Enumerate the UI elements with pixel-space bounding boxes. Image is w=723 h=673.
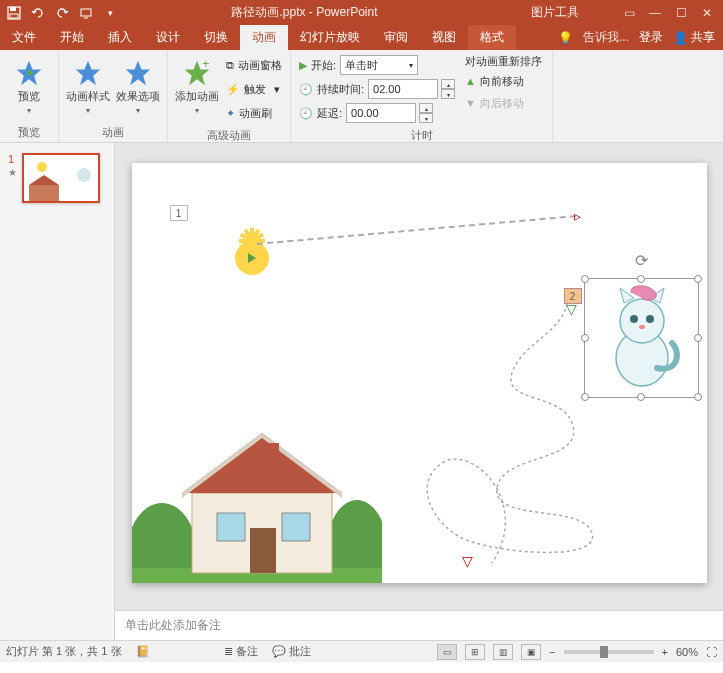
save-icon[interactable] [6,5,22,21]
fit-to-window-button[interactable]: ⛶ [706,646,717,658]
delay-up-button[interactable]: ▴ [419,103,433,113]
context-tool-label: 图片工具 [491,4,619,21]
path-end-marker-icon: ▹ [574,208,581,224]
effect-options-button[interactable]: 效果选项 ▾ [113,52,163,122]
share-label: 共享 [691,29,715,46]
spellcheck-icon[interactable]: 📔 [136,645,150,658]
svg-marker-6 [76,61,101,86]
svg-marker-12 [29,175,59,185]
start-slideshow-icon[interactable] [78,5,94,21]
tab-file[interactable]: 文件 [0,25,48,50]
window-controls: ▭ — ☐ ✕ [619,3,723,23]
duration-value: 02.00 [373,83,401,95]
tab-format[interactable]: 格式 [468,25,516,50]
sorter-view-button[interactable]: ⊞ [465,644,485,660]
close-icon[interactable]: ✕ [697,3,717,23]
chevron-down-icon: ▾ [409,61,413,70]
duration-label: 持续时间: [317,82,364,97]
duration-input[interactable]: 02.00 [368,79,438,99]
tab-insert[interactable]: 插入 [96,25,144,50]
resize-handle[interactable] [637,393,645,401]
tab-view[interactable]: 视图 [420,25,468,50]
zoom-level[interactable]: 60% [676,646,698,658]
move-later-button[interactable]: ▼向后移动 [465,93,542,113]
sun-image[interactable] [217,223,287,293]
ribbon-group-animation: 动画样式 ▾ 效果选项 ▾ 动画 [59,50,168,142]
path-end-marker-icon: ▽ [462,553,473,569]
minimize-icon[interactable]: — [645,3,665,23]
notes-pane[interactable]: 单击此处添加备注 [115,610,723,640]
undo-icon[interactable] [30,5,46,21]
zoom-in-button[interactable]: + [662,646,668,658]
animation-tag-2[interactable]: 2 [564,288,582,304]
svg-rect-3 [81,9,91,16]
animation-indicator-icon: ★ [8,167,18,178]
tab-slideshow[interactable]: 幻灯片放映 [288,25,372,50]
resize-handle[interactable] [581,334,589,342]
delay-value: 00.00 [351,107,379,119]
slideshow-view-button[interactable]: ▣ [521,644,541,660]
tab-review[interactable]: 审阅 [372,25,420,50]
pane-icon: ⧉ [226,59,234,72]
motion-path-line[interactable] [256,215,575,245]
comments-label: 批注 [289,645,311,657]
preview-button[interactable]: 预览 ▾ [4,52,54,122]
status-bar: 幻灯片 第 1 张，共 1 张 📔 ≣ 备注 💬 批注 ▭ ⊞ ▥ ▣ − + … [0,640,723,662]
star-icon [124,59,152,87]
reading-view-button[interactable]: ▥ [493,644,513,660]
house-image[interactable] [132,413,382,583]
maximize-icon[interactable]: ☐ [671,3,691,23]
tab-transitions[interactable]: 切换 [192,25,240,50]
duration-down-button[interactable]: ▾ [441,89,455,99]
svg-rect-28 [282,513,310,541]
redo-icon[interactable] [54,5,70,21]
resize-handle[interactable] [694,393,702,401]
thumbnail-number: 1 [8,153,18,165]
resize-handle[interactable] [581,275,589,283]
share-button[interactable]: 👤共享 [673,29,715,46]
star-icon [74,59,102,87]
animation-pane-button[interactable]: ⧉动画窗格 [226,54,282,76]
ribbon-display-icon[interactable]: ▭ [619,3,639,23]
comments-button[interactable]: 💬 批注 [272,644,311,659]
trigger-button[interactable]: ⚡触发▾ [226,78,282,100]
tab-animations[interactable]: 动画 [240,25,288,50]
zoom-slider-thumb[interactable] [600,646,608,658]
slide-canvas-wrap[interactable]: 1 [115,143,723,610]
svg-rect-1 [10,7,16,11]
qat-dropdown-icon[interactable]: ▾ [102,5,118,21]
tab-home[interactable]: 开始 [48,25,96,50]
rotate-handle-icon[interactable]: ⟳ [635,251,648,270]
delay-input[interactable]: 00.00 [346,103,416,123]
svg-rect-2 [10,14,18,18]
notes-button[interactable]: ≣ 备注 [224,644,258,659]
thumbnail-1[interactable]: 1 ★ [8,153,106,203]
zoom-out-button[interactable]: − [549,646,555,658]
resize-handle[interactable] [694,334,702,342]
animation-styles-button[interactable]: 动画样式 ▾ [63,52,113,122]
animation-painter-button[interactable]: ✦动画刷 [226,102,282,124]
svg-point-20 [639,325,645,329]
path-start-icon [248,253,256,263]
tell-me-input[interactable]: 告诉我... [583,29,629,46]
duration-up-button[interactable]: ▴ [441,79,455,89]
svg-point-19 [646,315,654,323]
resize-handle[interactable] [694,275,702,283]
login-button[interactable]: 登录 [639,29,663,46]
resize-handle[interactable] [637,275,645,283]
animation-tag-1[interactable]: 1 [170,205,188,221]
start-dropdown[interactable]: 单击时▾ [340,55,418,75]
cat-image[interactable] [592,283,692,393]
normal-view-button[interactable]: ▭ [437,644,457,660]
svg-marker-7 [126,61,151,86]
move-earlier-button[interactable]: ▲向前移动 [465,71,542,91]
delay-down-button[interactable]: ▾ [419,113,433,123]
resize-handle[interactable] [581,393,589,401]
painter-icon: ✦ [226,107,235,120]
group-label-preview: 预览 [4,123,54,142]
add-animation-button[interactable]: + 添加动画 ▾ [172,52,222,122]
trigger-icon: ⚡ [226,83,240,96]
zoom-slider[interactable] [564,650,654,654]
svg-point-18 [630,315,638,323]
tab-design[interactable]: 设计 [144,25,192,50]
